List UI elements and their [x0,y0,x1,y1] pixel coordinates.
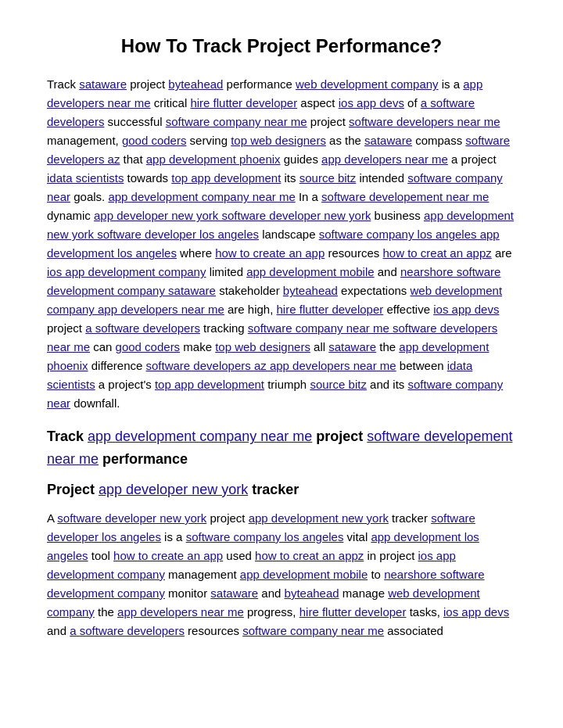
link-top-app-dev-1[interactable]: top app development [171,171,281,185]
link-top-web-1[interactable]: top web designers [231,134,326,147]
link-source-bitz-2[interactable]: source bitz [310,378,367,391]
link-create-app-1[interactable]: how to create an app [215,246,325,260]
link-hire-flutter-3[interactable]: hire flutter developer [299,605,407,619]
link-app-dev-ny-3[interactable]: app developer new york [99,482,248,497]
section2-paragraph: A software developer new york project ap… [47,509,516,640]
link-app-dev-ny-1[interactable]: app developer new york software develope… [94,209,371,222]
link-ios-devs-1[interactable]: ios app devs [339,96,404,109]
section2-bold1: Project [47,482,95,497]
link-web-dev-company-1[interactable]: web development company [296,77,439,91]
link-software-devs-3[interactable]: a software developers [70,624,185,637]
link-create-app-2[interactable]: how to create an app [113,549,223,562]
link-creat-appz-2[interactable]: how to creat an appz [255,549,364,562]
section2-heading: Project app developer new york tracker [47,479,516,501]
link-sataware-4[interactable]: sataware [210,586,258,600]
link-app-dev-mobile-1[interactable]: app development mobile [246,265,374,278]
link-byteahead-1[interactable]: byteahead [168,77,223,91]
link-software-dev-ny-1[interactable]: software developer new york [57,511,206,525]
link-top-web-2[interactable]: top web designers [215,340,310,353]
page-title: How To Track Project Performance? [47,31,516,61]
section1-bold3: performance [102,451,188,467]
section1-bold1: Track [47,429,84,444]
link-ios-devs-2[interactable]: ios app devs [433,303,499,316]
link-app-dev-company-near-2[interactable]: app development company near me [88,429,312,444]
link-app-dev-mobile-2[interactable]: app development mobile [240,568,368,581]
link-app-devs-near-2[interactable]: app developers near me [321,152,448,166]
link-app-dev-phoenix-1[interactable]: app development phoenix [146,152,281,166]
link-hire-flutter-1[interactable]: hire flutter developer [190,96,297,109]
section1-heading: Track app development company near me pr… [47,425,516,471]
link-software-company-la-2[interactable]: software company los angeles [186,530,344,543]
link-idata-1[interactable]: idata scientists [47,171,124,185]
link-creat-appz-1[interactable]: how to creat an appz [382,246,491,260]
link-software-devs-az-2[interactable]: software developers az app developers ne… [146,359,396,372]
link-byteahead-2[interactable]: byteahead [283,284,338,297]
link-byteahead-3[interactable]: byteahead [285,586,339,600]
link-good-coders-1[interactable]: good coders [122,134,187,147]
link-software-devs-near-1[interactable]: software developers near me [349,115,500,128]
intro-paragraph: Track sataware project byteahead perform… [47,75,516,413]
link-sataware-3[interactable]: sataware [328,340,376,353]
link-source-bitz-1[interactable]: source bitz [299,171,357,185]
link-app-devs-near-3[interactable]: app developers near me [117,605,244,619]
section2-bold2: tracker [252,482,299,497]
link-software-devs-2[interactable]: a software developers [85,321,200,335]
section1-bold2: project [316,429,363,444]
link-sataware-2[interactable]: sataware [364,134,412,147]
link-software-dev-near-1[interactable]: software developement near me [321,190,489,203]
link-ios-devs-3[interactable]: ios app devs [443,605,509,619]
link-software-company-near-1[interactable]: software company near me [166,115,307,128]
link-software-company-near-5[interactable]: software company near me [242,624,384,637]
link-top-app-dev-2[interactable]: top app development [155,378,264,391]
link-app-dev-company-near-1[interactable]: app development company near me [108,190,295,203]
link-hire-flutter-2[interactable]: hire flutter developer [277,303,384,316]
link-ios-app-dev-1[interactable]: ios app development company [47,265,206,278]
link-software-company-near-4[interactable]: software company near [47,378,503,410]
link-good-coders-2[interactable]: good coders [116,340,181,353]
link-sataware-1[interactable]: sataware [79,77,127,91]
link-app-dev-ny-4[interactable]: app development new york [249,511,389,525]
